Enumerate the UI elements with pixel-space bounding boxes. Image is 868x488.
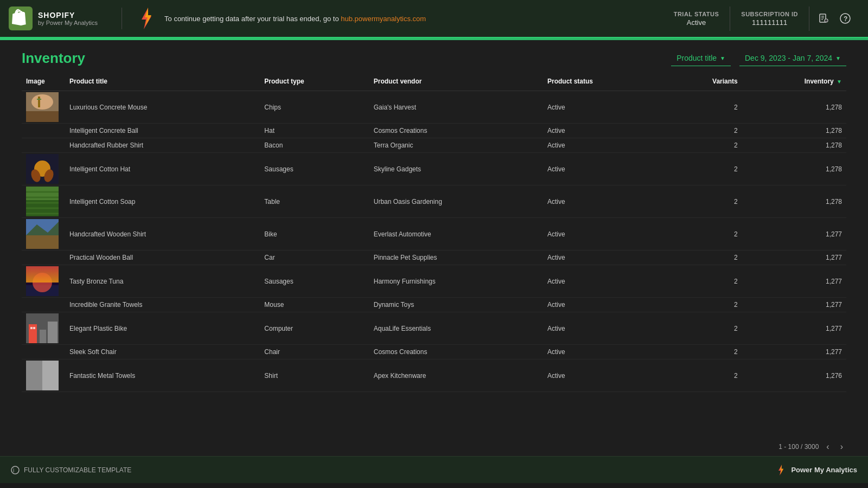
header-divider xyxy=(122,8,122,29)
product-image-cell xyxy=(22,251,65,265)
footer-customizable: i FULLY CUSTOMIZABLE TEMPLATE xyxy=(11,466,131,474)
product-variants-cell: 2 xyxy=(665,185,742,218)
product-filter-label: Product title xyxy=(676,54,717,62)
table-row: Tasty Bronze TunaSausagesHarmony Furnish… xyxy=(22,265,846,298)
product-inventory-cell: 1,278 xyxy=(742,185,846,218)
header: SHOPIFY by Power My Analytics To continu… xyxy=(0,0,868,38)
date-range-dropdown[interactable]: Dec 9, 2023 - Jan 7, 2024 ▼ xyxy=(739,50,846,66)
product-image-cell xyxy=(22,298,65,312)
product-image-cell xyxy=(22,138,65,153)
product-inventory-cell: 1,278 xyxy=(742,91,846,124)
pagination-info: 1 - 100 / 3000 xyxy=(778,443,819,451)
pma-icon xyxy=(133,5,159,31)
footer-pma-icon xyxy=(775,464,787,476)
product-vendor-cell: Everlast Automotive xyxy=(369,218,543,251)
svg-marker-2 xyxy=(142,8,151,29)
product-variants-cell: 2 xyxy=(665,218,742,251)
product-inventory-cell: 1,277 xyxy=(742,298,846,312)
product-vendor-cell: Dynamic Toys xyxy=(369,298,543,312)
product-image-cell xyxy=(22,359,65,392)
product-image-cell xyxy=(22,218,65,251)
product-variants-cell: 2 xyxy=(665,312,742,345)
product-variants-cell: 2 xyxy=(665,138,742,153)
product-status-cell: Active xyxy=(543,124,665,138)
product-type-cell: Hat xyxy=(260,124,369,138)
pagination-bar: 1 - 100 / 3000 ‹ › xyxy=(0,438,868,456)
page-header: Inventory Product title ▼ Dec 9, 2023 - … xyxy=(0,40,868,72)
product-title-cell: Sleek Soft Chair xyxy=(65,345,260,359)
trial-status-block: TRIAL STATUS Active xyxy=(663,7,731,31)
pagination-next-button[interactable]: › xyxy=(837,441,846,453)
header-action-icons: ? ? xyxy=(809,11,859,26)
footer-brand: Power My Analytics xyxy=(775,464,857,476)
svg-rect-13 xyxy=(26,111,59,122)
inventory-table-container: Image Product title Product type Product… xyxy=(0,72,868,438)
document-icon-button[interactable]: ? xyxy=(816,11,831,26)
product-type-cell: Bacon xyxy=(260,138,369,153)
product-image-cell xyxy=(22,91,65,124)
product-status-cell: Active xyxy=(543,185,665,218)
trial-message-text: To continue getting data after your tria… xyxy=(164,15,339,23)
product-type-cell: Sausages xyxy=(260,153,369,185)
col-header-variants: Variants xyxy=(665,72,742,91)
svg-rect-40 xyxy=(48,322,58,343)
svg-rect-15 xyxy=(38,97,40,107)
trial-status-value: Active xyxy=(687,18,706,27)
table-row: Incredible Granite TowelsMouseDynamic To… xyxy=(22,298,846,312)
trial-message: To continue getting data after your tria… xyxy=(159,15,663,23)
footer: i FULLY CUSTOMIZABLE TEMPLATE Power My A… xyxy=(0,456,868,483)
svg-rect-37 xyxy=(30,327,33,329)
svg-text:?: ? xyxy=(826,20,827,23)
product-inventory-cell: 1,277 xyxy=(742,251,846,265)
help-icon-button[interactable]: ? xyxy=(838,11,853,26)
product-variants-cell: 2 xyxy=(665,345,742,359)
product-variants-cell: 2 xyxy=(665,124,742,138)
product-image-cell xyxy=(22,124,65,138)
svg-text:i: i xyxy=(13,467,14,473)
page-title: Inventory xyxy=(22,50,85,67)
product-inventory-cell: 1,277 xyxy=(742,312,846,345)
product-vendor-cell: Terra Organic xyxy=(369,138,543,153)
shopify-bag-icon xyxy=(9,7,33,30)
svg-rect-34 xyxy=(26,266,59,282)
product-filter-dropdown[interactable]: Product title ▼ xyxy=(671,50,731,66)
svg-text:?: ? xyxy=(844,15,847,23)
col-header-image: Image xyxy=(22,72,65,91)
product-type-cell: Shirt xyxy=(260,359,369,392)
product-type-cell: Chips xyxy=(260,91,369,124)
table-header: Image Product title Product type Product… xyxy=(22,72,846,91)
svg-rect-38 xyxy=(33,327,35,329)
shopify-logo: SHOPIFY by Power My Analytics xyxy=(9,7,98,30)
product-title-cell: Tasty Bronze Tuna xyxy=(65,265,260,298)
product-vendor-cell: Cosmos Creations xyxy=(369,124,543,138)
pagination-prev-button[interactable]: ‹ xyxy=(823,441,832,453)
product-variants-cell: 2 xyxy=(665,251,742,265)
product-title-cell: Practical Wooden Ball xyxy=(65,251,260,265)
product-image xyxy=(26,313,59,343)
product-inventory-cell: 1,277 xyxy=(742,265,846,298)
shopify-sub: by Power My Analytics xyxy=(38,20,98,26)
document-icon: ? xyxy=(819,14,828,23)
product-vendor-cell: Cosmos Creations xyxy=(369,345,543,359)
trial-message-link[interactable]: hub.powermyanalytics.com xyxy=(341,15,426,23)
help-icon: ? xyxy=(840,13,851,24)
product-status-cell: Active xyxy=(543,265,665,298)
product-image-cell xyxy=(22,312,65,345)
product-type-cell: Table xyxy=(260,185,369,218)
svg-point-14 xyxy=(31,94,53,110)
product-title-cell: Elegant Plastic Bike xyxy=(65,312,260,345)
table-row: Practical Wooden BallCarPinnacle Pet Sup… xyxy=(22,251,846,265)
inventory-sort-icon: ▼ xyxy=(837,79,842,85)
product-status-cell: Active xyxy=(543,91,665,124)
subscription-block: SUBSCRIPTION ID 111111111 xyxy=(730,7,809,31)
product-status-cell: Active xyxy=(543,312,665,345)
product-inventory-cell: 1,277 xyxy=(742,345,846,359)
table-row: Intelligent Cotton SoapTableUrban Oasis … xyxy=(22,185,846,218)
product-status-cell: Active xyxy=(543,251,665,265)
shopify-title: SHOPIFY xyxy=(38,11,98,20)
product-vendor-cell: AquaLife Essentials xyxy=(369,312,543,345)
product-status-cell: Active xyxy=(543,298,665,312)
product-status-cell: Active xyxy=(543,359,665,392)
page-controls: Product title ▼ Dec 9, 2023 - Jan 7, 202… xyxy=(671,50,846,66)
subscription-value: 111111111 xyxy=(752,18,787,27)
